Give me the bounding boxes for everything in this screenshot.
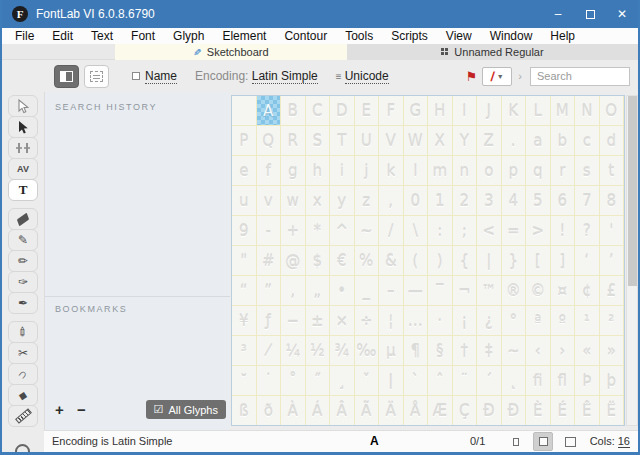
glyph-cell[interactable]: ˝ (306, 366, 331, 396)
glyph-cell[interactable]: H (428, 96, 453, 126)
glyph-cell[interactable]: Đ (502, 396, 527, 426)
glyph-cell[interactable]: & (379, 246, 404, 276)
glyph-cell[interactable]: ¾ (330, 336, 355, 366)
scissors-tool[interactable]: ✂ (8, 342, 38, 364)
glyph-cell[interactable]: h (306, 156, 331, 186)
menu-item-window[interactable]: Window (481, 28, 542, 44)
menu-item-scripts[interactable]: Scripts (382, 28, 437, 44)
glyph-cell[interactable]: $ (306, 246, 331, 276)
glyph-cell[interactable]: z (355, 186, 380, 216)
glyph-cell[interactable]: Z (477, 126, 502, 156)
glyph-cell[interactable]: ( (404, 246, 429, 276)
columns-control[interactable]: Cols: 16 (590, 435, 630, 447)
glyph-cell[interactable]: 7 (575, 186, 600, 216)
glyph-cell[interactable]: 5 (526, 186, 551, 216)
add-bookmark-button[interactable]: + (55, 401, 77, 418)
glyph-cell[interactable]: ” (257, 276, 282, 306)
glyph-cell[interactable]: C (306, 96, 331, 126)
eraser-tool[interactable] (8, 208, 38, 230)
glyph-cell[interactable]: ǀ (379, 366, 404, 396)
glyph-cell[interactable]: “ (232, 276, 257, 306)
glyph-cell[interactable]: ‡ (477, 336, 502, 366)
glyph-cell[interactable]: ' (600, 216, 625, 246)
glyph-cell[interactable]: ! (551, 216, 576, 246)
kerning-tool[interactable]: AV (8, 158, 38, 180)
glyph-cell[interactable]: x (306, 186, 331, 216)
glyph-cell[interactable]: t (600, 156, 625, 186)
menu-item-element[interactable]: Element (213, 28, 275, 44)
contour-tool[interactable] (8, 116, 38, 138)
glyph-cell[interactable]: ™ (477, 276, 502, 306)
glyph-cell[interactable]: · (428, 306, 453, 336)
menu-item-contour[interactable]: Contour (275, 28, 336, 44)
glyph-cell[interactable]: ³ (232, 336, 257, 366)
measure-tool[interactable] (8, 405, 38, 427)
maximize-button[interactable] (574, 0, 606, 28)
glyph-cell[interactable]: § (428, 336, 453, 366)
pen-tool[interactable]: ✒ (8, 292, 38, 314)
glyph-cell[interactable]: < (477, 216, 502, 246)
glyph-cell[interactable]: ] (551, 246, 576, 276)
glyph-cell[interactable]: Ç (453, 396, 478, 426)
glyph-cell[interactable]: … (404, 306, 429, 336)
glyph-cell[interactable]: ˙ (257, 366, 282, 396)
glyph-cell[interactable]: ° (502, 306, 527, 336)
glyph-cell[interactable]: ß (232, 396, 257, 426)
text-tool[interactable]: T (8, 179, 38, 201)
glyph-cell[interactable]: ð (257, 396, 282, 426)
glyph-cell[interactable]: £ (600, 276, 625, 306)
glyph-cell[interactable]: i (330, 156, 355, 186)
glyph-cell[interactable]: Æ (428, 396, 453, 426)
glyph-cell[interactable]: V (379, 126, 404, 156)
glyph-cell[interactable]: 6 (551, 186, 576, 216)
glyph-cell[interactable]: B (281, 96, 306, 126)
glyph-cell[interactable]: X (428, 126, 453, 156)
tab-sketchboard[interactable]: ✎ Sketchboard (115, 44, 347, 60)
menu-item-text[interactable]: Text (82, 28, 122, 44)
glyph-cell[interactable]: ˆ (428, 366, 453, 396)
glyph-cell[interactable]: * (306, 216, 331, 246)
glyph-cell[interactable]: f (257, 156, 282, 186)
glyph-cell[interactable]: j (355, 156, 380, 186)
glyph-cell[interactable]: Ä (379, 396, 404, 426)
glyph-cell[interactable]: G (404, 96, 429, 126)
glyph-cell[interactable]: ¬ (453, 276, 478, 306)
name-toggle[interactable]: Name (132, 69, 177, 84)
glyph-cell[interactable]: : (428, 216, 453, 246)
glyph-cell[interactable]: d (600, 126, 625, 156)
glyph-cell[interactable]: ˚ (281, 366, 306, 396)
menu-item-font[interactable]: Font (122, 28, 164, 44)
glyph-cell[interactable]: q (526, 156, 551, 186)
glyph-cell[interactable]: 1 (428, 186, 453, 216)
glyph-cell[interactable]: » (600, 336, 625, 366)
glyph-cell[interactable]: E (355, 96, 380, 126)
glyph-cell[interactable]: ’ (600, 246, 625, 276)
glyph-cell[interactable]: U (355, 126, 380, 156)
glyph-cell[interactable]: ¤ (551, 276, 576, 306)
glyph-cell[interactable]: c (575, 126, 600, 156)
glyph-cell[interactable]: È (526, 396, 551, 426)
glyph-cell[interactable]: Ê (575, 396, 600, 426)
glyph-cell[interactable]: O (600, 96, 625, 126)
menu-item-edit[interactable]: Edit (43, 28, 82, 44)
glyph-cell[interactable]: % (355, 246, 380, 276)
magnet-tool[interactable]: ∩ (8, 363, 38, 385)
glyph-cell[interactable]: ` (404, 366, 429, 396)
brush-tool[interactable]: ✎ (8, 229, 38, 251)
menu-item-help[interactable]: Help (541, 28, 584, 44)
glyph-cell[interactable]: y (330, 186, 355, 216)
glyph-cell[interactable]: @ (281, 246, 306, 276)
glyph-cell[interactable]: ﬂ (551, 366, 576, 396)
glyph-cell[interactable]: D (330, 96, 355, 126)
glyph-cell[interactable]: ⁄ (257, 336, 282, 366)
glyph-cell[interactable]: ˇ (355, 366, 380, 396)
glyph-cell[interactable]: p (502, 156, 527, 186)
glyph-cell[interactable]: 0 (404, 186, 429, 216)
glyph-cell[interactable]: – (379, 276, 404, 306)
glyph-cell[interactable]: Â (330, 396, 355, 426)
glyph-cell[interactable]: \ (404, 216, 429, 246)
glyph-cell[interactable]: 8 (600, 186, 625, 216)
glyph-cell[interactable]: Q (257, 126, 282, 156)
metrics-tool[interactable] (8, 137, 38, 159)
glyph-cell[interactable]: ‰ (355, 336, 380, 366)
